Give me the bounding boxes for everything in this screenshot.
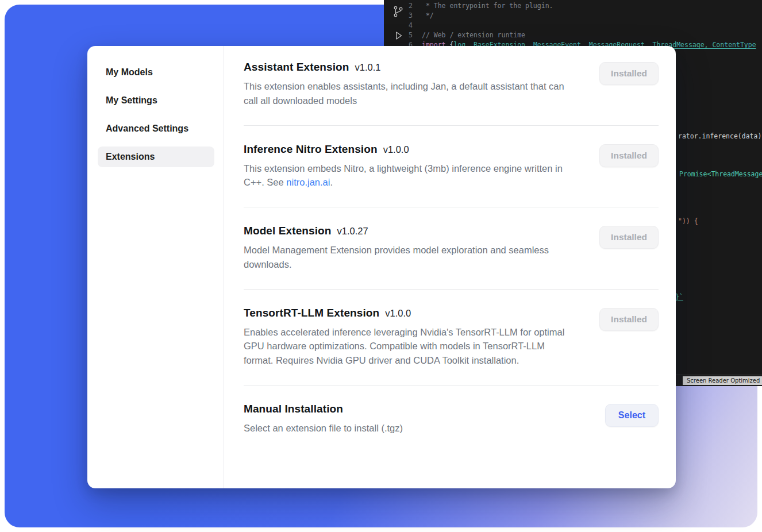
extension-title: Model Extension	[244, 225, 331, 237]
section-divider	[244, 125, 659, 126]
code-fragment-string: ")) {	[678, 217, 698, 226]
installed-button[interactable]: Installed	[599, 144, 659, 167]
section-divider	[244, 207, 659, 207]
code-line-5: 5 // Web / extension runtime	[384, 30, 762, 40]
extension-section-model: Model Extension v1.0.27 Model Management…	[244, 225, 659, 272]
extension-title: Inference Nitro Extension	[244, 143, 378, 156]
extension-info: Model Extension v1.0.27 Model Management…	[244, 225, 574, 272]
extension-description: This extension embeds Nitro, a lightweig…	[244, 161, 574, 190]
extension-version: v1.0.27	[337, 226, 368, 237]
section-divider	[244, 289, 659, 290]
screen-reader-badge[interactable]: Screen Reader Optimized	[683, 376, 762, 385]
sidebar-item-my-models[interactable]: My Models	[98, 62, 214, 83]
extension-version: v1.0.0	[385, 308, 411, 319]
manual-installation-description: Select an extension file to install (.tg…	[244, 421, 403, 435]
extension-version: v1.0.1	[355, 62, 381, 73]
extension-info: Assistant Extension v1.0.1 This extensio…	[244, 61, 574, 108]
extension-version: v1.0.0	[383, 144, 409, 155]
code-line-3: 3 */	[384, 11, 762, 21]
extension-title: TensortRT-LLM Extension	[244, 307, 379, 319]
manual-installation-title: Manual Installation	[244, 403, 343, 415]
extension-description: This extension enables assistants, inclu…	[244, 79, 574, 108]
code-fragment-inference: rator.inference(data));	[678, 132, 762, 141]
nitro-link[interactable]: nitro.jan.ai	[286, 177, 330, 187]
code-text: * The entrypoint for the plugin.	[422, 1, 553, 11]
code-text: */	[422, 11, 434, 21]
code-text: // Web / extension runtime	[422, 30, 525, 40]
installed-button[interactable]: Installed	[599, 226, 659, 249]
sidebar-item-advanced-settings[interactable]: Advanced Settings	[98, 118, 214, 139]
settings-sidebar: My Models My Settings Advanced Settings …	[87, 46, 224, 488]
line-number: 4	[384, 21, 422, 30]
page: 2 * The entrypoint for the plugin. 3 */ …	[0, 0, 762, 532]
installed-button[interactable]: Installed	[599, 62, 659, 85]
line-number: 3	[384, 11, 422, 21]
code-block: 2 * The entrypoint for the plugin. 3 */ …	[384, 1, 762, 50]
extension-info: TensortRT-LLM Extension v1.0.0 Enables a…	[244, 307, 574, 368]
sidebar-item-my-settings[interactable]: My Settings	[98, 90, 214, 111]
extension-description: Enables accelerated inference leveraging…	[244, 325, 574, 368]
installed-button[interactable]: Installed	[599, 308, 659, 331]
line-number: 2	[384, 1, 422, 11]
code-line-2: 2 * The entrypoint for the plugin.	[384, 1, 762, 11]
settings-modal: My Models My Settings Advanced Settings …	[87, 46, 676, 488]
code-line-4: 4	[384, 21, 762, 30]
sidebar-item-extensions[interactable]: Extensions	[98, 147, 214, 167]
extension-section-assistant: Assistant Extension v1.0.1 This extensio…	[244, 61, 659, 108]
manual-installation-section: Manual Installation Select an extension …	[244, 403, 659, 435]
manual-installation-info: Manual Installation Select an extension …	[244, 403, 403, 435]
extension-section-nitro: Inference Nitro Extension v1.0.0 This ex…	[244, 143, 659, 190]
extension-section-tensorrt: TensortRT-LLM Extension v1.0.0 Enables a…	[244, 307, 659, 368]
extension-description: Model Management Extension provides mode…	[244, 243, 574, 272]
extension-info: Inference Nitro Extension v1.0.0 This ex…	[244, 143, 574, 190]
extensions-panel: Assistant Extension v1.0.1 This extensio…	[224, 46, 676, 488]
code-fragment-promise: Promise<ThreadMessage>	[679, 170, 762, 179]
description-text: .	[330, 177, 333, 187]
line-number: 5	[384, 30, 422, 40]
section-divider	[244, 385, 659, 385]
select-file-button[interactable]: Select	[605, 404, 659, 427]
extension-title: Assistant Extension	[244, 61, 349, 74]
